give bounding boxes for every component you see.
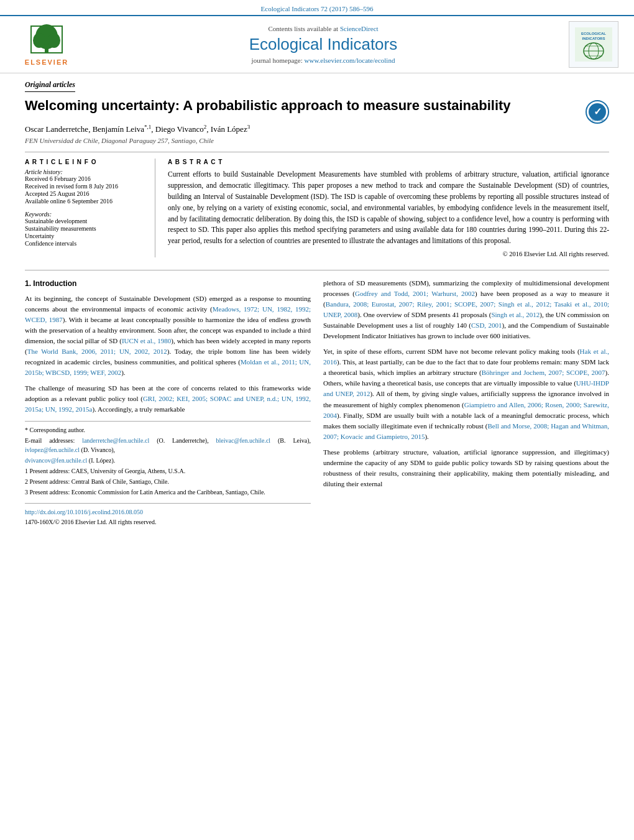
keywords-list: Sustainable development Sustainability m… [25, 218, 145, 247]
elsevier-logo: ELSEVIER [12, 23, 81, 66]
abstract-title: A B S T R A C T [168, 159, 609, 165]
svg-text:CrossMark: CrossMark [590, 118, 605, 122]
svg-point-3 [48, 33, 60, 48]
article-body: A R T I C L E I N F O Article history: R… [25, 152, 609, 257]
svg-text:INDICATORS: INDICATORS [582, 37, 605, 40]
abstract-column: A B S T R A C T Current efforts to build… [168, 159, 609, 257]
ref-meadows[interactable]: Meadows, 1972; UN, 1982, 1992; WCED, 198… [25, 305, 311, 323]
sciencedirect-link[interactable]: ScienceDirect [340, 25, 379, 32]
title-row: Welcoming uncertainty: A probabilistic a… [25, 97, 609, 124]
article-info-column: A R T I C L E I N F O Article history: R… [25, 159, 155, 257]
paper-title: Welcoming uncertainty: A probabilistic a… [25, 97, 579, 115]
keyword-1: Sustainable development [25, 218, 145, 224]
email-link-2[interactable]: bleivac@fen.uchile.cl [216, 437, 278, 444]
online-date: Available online 6 September 2016 [25, 198, 145, 205]
right-para-1: plethora of SD measurements (SDM), summa… [323, 278, 609, 341]
abstract-text: Current efforts to build Sustainable Dev… [168, 169, 609, 247]
ref-bandura[interactable]: Bandura, 2008; Eurostat, 2007; Riley, 20… [323, 300, 609, 318]
ref-singh[interactable]: Singh et al., 2012 [491, 311, 540, 318]
crossmark-svg: ✓ CrossMark [586, 100, 609, 124]
intro-para-1: At its beginning, the concept of Sustain… [25, 293, 311, 378]
ref-hak[interactable]: Hak et al., 2016 [323, 348, 609, 366]
homepage-line: journal homepage: www.elsevier.com/locat… [87, 57, 559, 64]
ref-bell[interactable]: Bell and Morse, 2008; Hagan and Whitman,… [323, 422, 609, 440]
journal-title-header: Ecological Indicators [87, 35, 559, 54]
left-text-column: 1. Introduction At its beginning, the co… [25, 278, 311, 527]
footnote-1: 1 Present address: CAES, University of G… [25, 466, 311, 476]
crossmark-icon[interactable]: ✓ CrossMark [586, 100, 609, 124]
keywords-label: Keywords: [25, 211, 145, 218]
journal-header: ELSEVIER Contents lists available at Sci… [0, 15, 634, 73]
email-link-3[interactable]: ivlopez@fen.uchile.cl [25, 446, 81, 453]
history-label: Article history: [25, 168, 145, 175]
body-content: 1. Introduction At its beginning, the co… [25, 270, 609, 527]
ref-godfrey[interactable]: Godfrey and Todd, 2001; Warhurst, 2002 [355, 290, 475, 297]
svg-text:ECOLOGICAL: ECOLOGICAL [581, 32, 606, 35]
authors-line: Oscar Landerretche, Benjamín Leiva*,1, D… [25, 124, 609, 134]
journal-logo-right: ECOLOGICAL INDICATORS [566, 21, 622, 68]
right-para-2: Yet, in spite of these efforts, current … [323, 346, 609, 441]
ref-gri[interactable]: GRI, 2002; KEI, 2005; SOPAC and UNEP, n.… [25, 395, 311, 413]
footnote-2: 2 Present address: Central Bank of Chile… [25, 477, 311, 486]
ref-moldan[interactable]: Moldan et al., 2011; UN, 2015b; WBCSD, 1… [25, 358, 311, 376]
copyright-line: © 2016 Elsevier Ltd. All rights reserved… [168, 251, 609, 257]
article-info-title: A R T I C L E I N F O [25, 159, 145, 165]
affiliation: FEN Universidad de Chile, Diagonal Parag… [25, 137, 609, 144]
bottom-info: http://dx.doi.org/10.1016/j.ecolind.2016… [25, 503, 311, 527]
ref-uhu[interactable]: UHU-IHDP and UNEP, 2012 [323, 379, 609, 397]
svg-point-2 [33, 33, 45, 48]
email-addresses-note: E-mail addresses: landerretche@fen.uchil… [25, 436, 311, 455]
email-address-4-note: dvivancov@fen.uchile.cl (I. López). [25, 456, 311, 465]
main-content: Original articles Welcoming uncertainty:… [0, 73, 634, 539]
sciencedirect-line: Contents lists available at ScienceDirec… [87, 25, 559, 32]
ref-worldbank[interactable]: The World Bank, 2006, 2011; UN, 2002, 20… [27, 348, 167, 355]
eco-logo-icon: ECOLOGICAL INDICATORS [575, 27, 612, 62]
ref-giampietro[interactable]: Giampietro and Allen, 2006; Rosen, 2000;… [323, 401, 609, 419]
section-type-label: Original articles [25, 80, 75, 92]
article-dates: Received 6 February 2016 Received in rev… [25, 175, 145, 205]
received-date: Received 6 February 2016 [25, 175, 145, 182]
right-text-column: plethora of SD measurements (SDM), summa… [323, 278, 609, 527]
email-link-1[interactable]: landerretche@fen.uchile.cl [82, 437, 157, 444]
ref-bohringer[interactable]: Böhringer and Jochem, 2007; SCOPE, 2007 [482, 369, 605, 376]
elsevier-tree-icon [28, 23, 65, 57]
keyword-4: Confidence intervals [25, 240, 145, 247]
journal-reference: Ecological Indicators 72 (2017) 586–596 [0, 0, 634, 15]
footnotes: * Corresponding author. E-mail addresses… [25, 421, 311, 497]
email-link-4[interactable]: dvivancov@fen.uchile.cl [25, 457, 89, 464]
author-1: Oscar Landerretche, Benjamín Leiva*,1, D… [25, 124, 250, 134]
ref-csd[interactable]: CSD, 2001 [471, 321, 502, 329]
keyword-2: Sustainability measurements [25, 225, 145, 232]
ref-iucn[interactable]: IUCN et al., 1980 [122, 337, 171, 344]
intro-section-title: 1. Introduction [25, 278, 311, 290]
doi-link[interactable]: http://dx.doi.org/10.1016/j.ecolind.2016… [25, 509, 143, 515]
page: Ecological Indicators 72 (2017) 586–596 … [0, 0, 634, 840]
ecological-indicators-logo: ECOLOGICAL INDICATORS [569, 21, 618, 68]
homepage-link[interactable]: www.elsevier.com/locate/ecolind [305, 57, 395, 64]
journal-center: Contents lists available at ScienceDirec… [87, 25, 559, 64]
right-para-3: These problems (arbitrary structure, val… [323, 447, 609, 489]
issn-line: 1470-160X/© 2016 Elsevier Ltd. All right… [25, 519, 156, 525]
intro-para-2: The challenge of measuring SD has been a… [25, 383, 311, 415]
title-area: Welcoming uncertainty: A probabilistic a… [25, 97, 579, 121]
svg-text:✓: ✓ [594, 106, 602, 117]
revised-date: Received in revised form 8 July 2016 [25, 183, 145, 190]
corresponding-author-note: * Corresponding author. [25, 425, 311, 435]
accepted-date: Accepted 25 August 2016 [25, 190, 145, 197]
footnote-3: 3 Present address: Economic Commission f… [25, 487, 311, 497]
elsevier-brand-text: ELSEVIER [25, 58, 68, 66]
keyword-3: Uncertainty [25, 233, 145, 239]
journal-ref-text: Ecological Indicators 72 (2017) 586–596 [261, 5, 374, 12]
